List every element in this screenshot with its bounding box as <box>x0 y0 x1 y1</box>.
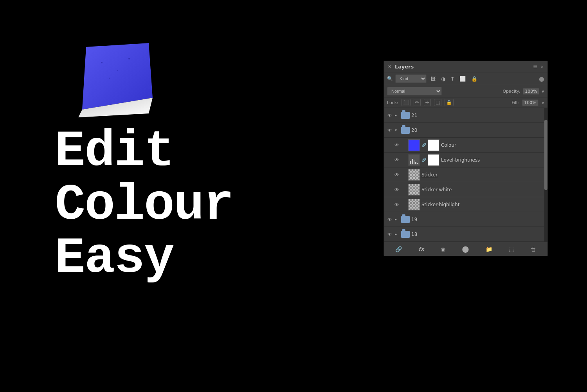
folder-icon-layer-19 <box>401 216 410 223</box>
visibility-toggle-layer-colour[interactable]: 👁 <box>393 142 400 149</box>
panel-close-button[interactable]: × <box>388 64 392 69</box>
blend-mode-select[interactable]: Normal <box>387 87 442 95</box>
thumb-levels-layer-level-brightness <box>408 154 420 166</box>
search-icon: 🔍 <box>387 76 393 81</box>
panel-menu-button[interactable]: ≡ <box>533 63 538 70</box>
layer-row-layer-21[interactable]: 👁▸21 <box>384 108 547 123</box>
folder-icon-layer-21 <box>401 112 410 119</box>
layer-name-layer-sticker-white: Sticker-white <box>421 187 545 192</box>
layer-name-layer-18: 18 <box>411 232 545 237</box>
layer-row-layer-18[interactable]: 👁▸18 <box>384 227 547 242</box>
new-layer-button[interactable]: ⬚ <box>506 245 516 253</box>
filter-adjustment-icon[interactable]: ◑ <box>439 75 447 83</box>
layer-name-layer-colour: Colour <box>441 142 545 148</box>
lock-move-icon[interactable]: ✛ <box>424 99 431 106</box>
sticker-graphic <box>63 39 157 117</box>
thumb-mask-layer-level-brightness <box>428 154 439 166</box>
svg-point-3 <box>109 78 110 79</box>
filter-row: 🔍 Kind 🖼 ◑ T ⬜ 🔒 ● <box>384 72 547 85</box>
lock-brush-icon[interactable]: ✏ <box>414 99 421 106</box>
layer-row-layer-colour[interactable]: 👁🔗Colour <box>384 138 547 153</box>
scrollbar-thumb[interactable] <box>544 120 547 190</box>
layer-name-layer-sticker-highlight: Sticker-highlight <box>421 202 545 207</box>
filter-toggle-dot[interactable]: ● <box>539 75 544 83</box>
fx-button[interactable]: fx <box>416 245 427 253</box>
opacity-dropdown-arrow[interactable]: ∨ <box>542 89 544 94</box>
expand-arrow-layer-21[interactable]: ▸ <box>395 113 400 117</box>
link-layers-button[interactable]: 🔗 <box>393 245 404 253</box>
filter-image-icon[interactable]: 🖼 <box>429 75 437 83</box>
lock-label: Lock: <box>387 100 398 105</box>
folder-icon-layer-18 <box>401 231 410 238</box>
filter-type-icon[interactable]: T <box>449 75 456 83</box>
layer-row-layer-19[interactable]: 👁▸19 <box>384 212 547 227</box>
visibility-toggle-layer-sticker-highlight[interactable]: 👁 <box>393 201 400 208</box>
layers-list: 👁▸21👁▾20👁🔗Colour👁🔗Level-brightness👁Stick… <box>384 108 547 242</box>
layer-row-layer-sticker[interactable]: 👁Sticker <box>384 167 547 182</box>
panel-titlebar: × Layers ≡ » <box>384 61 547 72</box>
kind-filter-select[interactable]: Kind <box>395 74 427 83</box>
svg-point-0 <box>101 62 103 63</box>
visibility-toggle-layer-sticker-white[interactable]: 👁 <box>393 186 400 193</box>
visibility-toggle-layer-19[interactable]: 👁 <box>386 216 393 223</box>
folder-icon-layer-20 <box>401 127 410 134</box>
new-adjustment-button[interactable]: ◉ <box>438 245 448 253</box>
visibility-toggle-layer-level-brightness[interactable]: 👁 <box>393 156 400 164</box>
visibility-toggle-layer-sticker[interactable]: 👁 <box>393 171 400 178</box>
layers-panel: × Layers ≡ » 🔍 Kind 🖼 ◑ T ⬜ 🔒 ● Normal O… <box>384 61 548 256</box>
lock-fill-row: Lock: ⬛ ✏ ✛ ⬚ 🔒 Fill: 100% ∨ <box>384 97 547 108</box>
expand-arrow-layer-18[interactable]: ▸ <box>395 232 400 236</box>
thumb-mask-layer-colour <box>428 139 439 151</box>
lock-artboard-icon[interactable]: ⬚ <box>434 99 441 106</box>
scrollbar-track <box>544 108 547 242</box>
delete-layer-button[interactable]: 🗑 <box>528 245 538 253</box>
expand-arrow-layer-19[interactable]: ▸ <box>395 217 400 221</box>
new-folder-button[interactable]: 📁 <box>483 245 495 253</box>
layer-row-layer-sticker-highlight[interactable]: 👁Sticker-highlight <box>384 197 547 212</box>
thumb-layer-sticker-highlight <box>408 199 420 210</box>
expand-arrow-layer-20[interactable]: ▾ <box>395 128 400 132</box>
layer-link-icon-layer-level-brightness: 🔗 <box>421 158 426 162</box>
filter-lock-icon[interactable]: 🔒 <box>470 75 479 83</box>
layer-row-layer-20[interactable]: 👁▾20 <box>384 123 547 138</box>
svg-point-1 <box>117 70 118 71</box>
panel-collapse-button[interactable]: » <box>541 64 544 69</box>
opacity-label: Opacity: <box>502 89 520 94</box>
layer-row-layer-sticker-white[interactable]: 👁Sticker-white <box>384 182 547 197</box>
fill-label: Fill: <box>511 100 519 105</box>
svg-point-2 <box>128 58 130 59</box>
layer-name-layer-sticker: Sticker <box>421 172 545 178</box>
layer-name-layer-20: 20 <box>411 128 545 133</box>
layer-name-layer-19: 19 <box>411 217 545 222</box>
filter-shape-icon[interactable]: ⬜ <box>458 75 467 83</box>
blend-opacity-row: Normal Opacity: 100% ∨ <box>384 85 547 97</box>
layer-name-layer-level-brightness: Level-brightness <box>441 157 545 163</box>
title-line3: Easy <box>55 232 233 286</box>
layer-name-layer-21: 21 <box>411 113 545 118</box>
main-title: Edit Colour Easy <box>55 125 233 286</box>
layer-row-layer-level-brightness[interactable]: 👁🔗Level-brightness <box>384 153 547 167</box>
thumb-layer-sticker <box>408 169 420 181</box>
fill-dropdown-arrow[interactable]: ∨ <box>542 101 544 105</box>
lock-pixels-icon[interactable]: ⬛ <box>402 99 411 106</box>
thumb-layer-sticker-white <box>408 184 420 196</box>
panel-bottom-toolbar: 🔗 fx ◉ ⬤ 📁 ⬚ 🗑 <box>384 242 547 256</box>
title-line1: Edit <box>55 125 233 179</box>
fill-value[interactable]: 100% <box>522 99 538 106</box>
title-line2: Colour <box>55 179 233 232</box>
thumb-colour-layer-colour <box>408 139 420 151</box>
opacity-value[interactable]: 100% <box>523 88 539 95</box>
panel-title-label: Layers <box>392 64 533 70</box>
visibility-toggle-layer-21[interactable]: 👁 <box>386 112 393 119</box>
layer-link-icon-layer-colour: 🔗 <box>421 143 426 147</box>
lock-all-icon[interactable]: 🔒 <box>445 99 454 106</box>
visibility-toggle-layer-18[interactable]: 👁 <box>386 231 393 238</box>
visibility-toggle-layer-20[interactable]: 👁 <box>386 127 393 134</box>
add-mask-button[interactable]: ⬤ <box>460 245 472 254</box>
